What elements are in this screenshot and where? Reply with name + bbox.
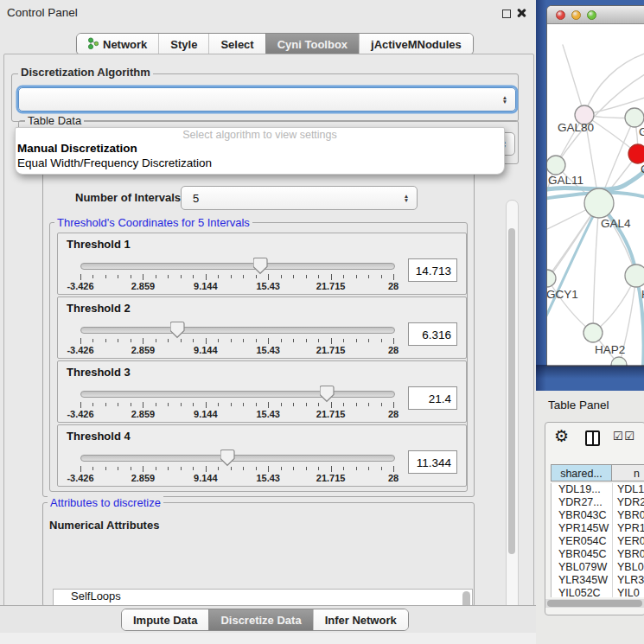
threshold-value-field[interactable]: 14.713 — [408, 258, 457, 282]
minor-tick — [92, 403, 93, 406]
scrollbar-thumb[interactable] — [547, 600, 642, 607]
major-tick — [143, 466, 143, 472]
tab-content: Discretization Algorithm ▲▼ Select algor… — [3, 54, 534, 607]
tick-label: 21.715 — [305, 281, 357, 291]
minor-tick — [243, 275, 244, 278]
dropdown-item-manual[interactable]: Manual Discretization — [16, 142, 504, 156]
network-node-ga[interactable] — [625, 108, 644, 127]
tab-style[interactable]: Style — [158, 34, 208, 54]
column-header-shared-name[interactable]: shared... — [551, 464, 612, 481]
network-canvas[interactable]: GAL80GACGAL11GAL4HGCY1HAP2 — [547, 24, 644, 366]
minor-tick — [256, 467, 257, 470]
minor-tick — [318, 467, 319, 470]
slider-track[interactable] — [80, 391, 395, 398]
table-row[interactable]: YLR345WYLR3 — [552, 574, 644, 587]
slider-track[interactable] — [80, 455, 395, 462]
algorithm-combobox[interactable]: ▲▼ — [18, 87, 516, 112]
cell-shared-name: YBR045C — [552, 548, 613, 561]
table-row[interactable]: YPR145WYPR1 — [552, 522, 644, 535]
close-traffic-light[interactable] — [556, 10, 565, 20]
table-row[interactable]: YBR045CYBR0 — [552, 548, 644, 561]
network-view-window[interactable]: GAL80GACGAL11GAL4HGCY1HAP2 — [546, 5, 644, 367]
major-tick — [143, 338, 143, 344]
threshold-value-field[interactable]: 11.344 — [408, 450, 457, 474]
table-horizontal-scrollbar[interactable] — [545, 599, 644, 608]
minor-tick — [293, 403, 294, 406]
table-row[interactable]: YIL052CYIL0 — [552, 587, 644, 597]
footer-tab-discretize-data[interactable]: Discretize Data — [208, 609, 312, 630]
minor-tick — [156, 339, 156, 342]
panel-vertical-scrollbar[interactable] — [506, 200, 519, 631]
minor-tick — [218, 339, 219, 342]
threshold-value-field[interactable]: 21.4 — [408, 386, 457, 410]
table-row[interactable]: YBR043CYBR0 — [552, 509, 644, 522]
minor-tick — [168, 467, 169, 470]
network-node-gal4[interactable] — [584, 188, 614, 218]
slider-handle[interactable] — [170, 321, 185, 342]
cell-shared-name: YER054C — [552, 535, 613, 548]
minor-tick — [131, 275, 131, 278]
minor-tick — [156, 275, 156, 278]
tab-network[interactable]: Network — [77, 34, 158, 54]
close-icon[interactable] — [515, 7, 527, 19]
minor-tick — [243, 403, 244, 406]
footer-tab-infer-network[interactable]: Infer Network — [313, 609, 408, 630]
threshold-value-field[interactable]: 6.316 — [408, 322, 457, 346]
network-node-gcy1[interactable] — [547, 270, 556, 287]
tick-label: 2.859 — [117, 281, 169, 291]
footer-tab-impute-data[interactable]: Impute Data — [122, 609, 208, 630]
minor-tick — [281, 403, 282, 406]
tab-jactivemnodules[interactable]: jActiveMNodules — [359, 34, 473, 54]
tab-label: Cyni Toolbox — [277, 38, 348, 51]
cell-name: YDL1 — [613, 483, 644, 496]
minor-tick — [193, 403, 194, 406]
network-node-h[interactable] — [625, 265, 644, 287]
slider-track[interactable] — [80, 327, 395, 334]
table-row[interactable]: YDL19...YDL1 — [552, 483, 644, 496]
minor-tick — [281, 275, 282, 278]
slider-handle[interactable] — [253, 257, 268, 278]
tab-cyni-toolbox[interactable]: Cyni Toolbox — [265, 34, 359, 54]
minor-tick — [231, 403, 232, 406]
minor-tick — [306, 403, 307, 406]
major-tick — [268, 466, 269, 472]
major-tick — [80, 466, 81, 472]
cell-shared-name: YDL19... — [552, 483, 613, 496]
network-node-label: GAL11 — [548, 174, 583, 187]
table-panel-card: ⚙ ☑☑ shared...n YDL19...YDL1YDR27...YDR2… — [545, 422, 644, 615]
minor-tick — [318, 403, 319, 406]
tab-select[interactable]: Select — [208, 34, 265, 54]
network-node-gal11[interactable] — [547, 156, 565, 175]
slider-track[interactable] — [80, 263, 395, 270]
network-node-hap2[interactable] — [583, 323, 603, 342]
scrollbar-thumb[interactable] — [508, 228, 515, 554]
cell-name: YIL0 — [613, 587, 640, 597]
zoom-traffic-light[interactable] — [587, 10, 596, 20]
cell-name: YDR2 — [613, 496, 644, 509]
table-row[interactable]: YDR27...YDR2 — [552, 496, 644, 509]
table-row[interactable]: YBL079WYBL0 — [552, 561, 644, 574]
table-row[interactable]: YER054CYER0 — [552, 535, 644, 548]
dropdown-item-equal-width[interactable]: Equal Width/Frequency Discretization — [16, 156, 504, 171]
slider-handle[interactable] — [220, 449, 235, 470]
list-item-selfloops[interactable]: SelfLoops — [54, 590, 472, 603]
slider-handle[interactable] — [320, 385, 335, 406]
network-node-c[interactable] — [628, 144, 644, 163]
number-of-intervals-combobox[interactable]: 5 ▲▼ — [181, 186, 418, 210]
minimize-traffic-light[interactable] — [571, 10, 581, 20]
cell-name: YBL0 — [613, 561, 644, 574]
minor-tick — [293, 467, 294, 470]
minor-tick — [193, 275, 194, 278]
minor-tick — [343, 467, 344, 470]
gear-icon[interactable]: ⚙ — [554, 426, 569, 446]
minor-tick — [105, 467, 106, 470]
network-window-titlebar[interactable] — [547, 6, 644, 24]
checkbox-icons[interactable]: ☑☑ — [613, 430, 635, 443]
major-tick — [143, 402, 143, 408]
tick-label: 15.43 — [242, 473, 294, 483]
columns-icon[interactable] — [585, 430, 600, 446]
column-header-name[interactable]: n — [611, 464, 644, 481]
float-icon[interactable] — [502, 10, 511, 18]
minor-tick — [306, 275, 307, 278]
minor-tick — [168, 339, 169, 342]
